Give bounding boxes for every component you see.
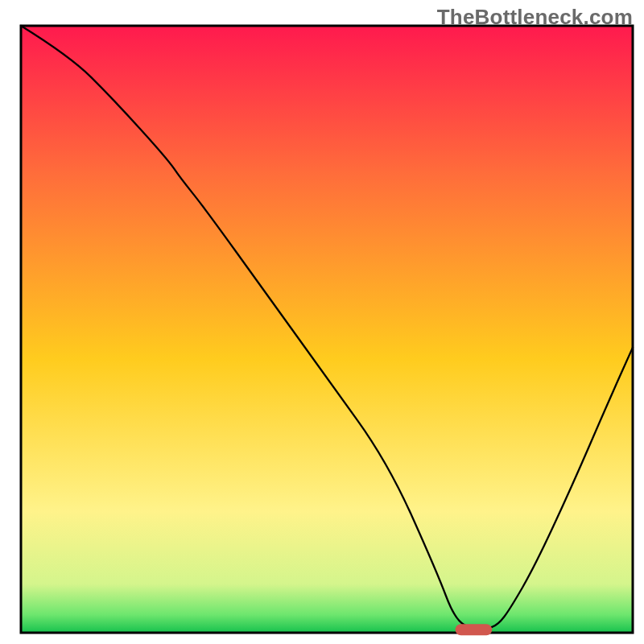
chart-container: TheBottleneck.com [0, 0, 644, 644]
chart-gradient-bg [21, 26, 633, 633]
bottleneck-chart [0, 0, 644, 644]
optimal-marker [456, 624, 493, 635]
watermark-text: TheBottleneck.com [437, 5, 633, 30]
